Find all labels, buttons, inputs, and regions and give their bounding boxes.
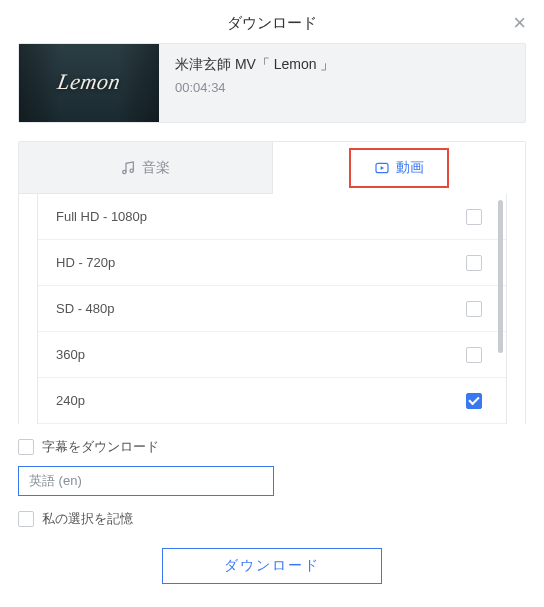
video-icon: [374, 160, 390, 176]
quality-row[interactable]: HD - 720p: [38, 240, 506, 286]
quality-list: Full HD - 1080p HD - 720p SD - 480p 360p…: [37, 194, 507, 424]
quality-label: Full HD - 1080p: [56, 209, 147, 224]
media-card: Lemon 米津玄師 MV「 Lemon 」 00:04:34: [18, 43, 526, 123]
scrollbar-thumb[interactable]: [498, 200, 503, 353]
quality-label: 360p: [56, 347, 85, 362]
quality-row[interactable]: 240p: [38, 378, 506, 424]
media-title: 米津玄師 MV「 Lemon 」: [175, 56, 334, 74]
remember-label: 私の選択を記憶: [42, 510, 133, 528]
download-button[interactable]: ダウンロード: [162, 548, 382, 584]
format-tabs: 音楽 動画: [19, 142, 525, 194]
quality-row[interactable]: Full HD - 1080p: [38, 194, 506, 240]
media-duration: 00:04:34: [175, 80, 334, 95]
tab-video[interactable]: 動画: [273, 142, 526, 194]
remember-checkbox[interactable]: [18, 511, 34, 527]
svg-point-0: [123, 170, 126, 173]
quality-checkbox[interactable]: [466, 209, 482, 225]
quality-checkbox[interactable]: [466, 255, 482, 271]
svg-point-1: [130, 169, 133, 172]
quality-checkbox[interactable]: [466, 301, 482, 317]
quality-checkbox[interactable]: [466, 393, 482, 409]
quality-label: SD - 480p: [56, 301, 115, 316]
music-icon: [120, 160, 136, 176]
quality-checkbox[interactable]: [466, 347, 482, 363]
remember-option[interactable]: 私の選択を記憶: [18, 510, 526, 528]
quality-row[interactable]: SD - 480p: [38, 286, 506, 332]
quality-label: HD - 720p: [56, 255, 115, 270]
thumbnail-text: Lemon: [56, 69, 123, 95]
media-thumbnail: Lemon: [19, 44, 159, 122]
subtitle-label: 字幕をダウンロード: [42, 438, 159, 456]
subtitle-language-select[interactable]: 英語 (en): [18, 466, 274, 496]
close-icon[interactable]: ×: [513, 12, 526, 34]
dialog-title: ダウンロード: [227, 14, 317, 31]
scrollbar[interactable]: [498, 200, 503, 418]
subtitle-checkbox[interactable]: [18, 439, 34, 455]
download-button-label: ダウンロード: [224, 557, 320, 575]
tab-music-label: 音楽: [142, 159, 170, 177]
quality-label: 240p: [56, 393, 85, 408]
tab-music[interactable]: 音楽: [19, 142, 273, 194]
tab-video-label: 動画: [396, 159, 424, 177]
subtitle-language-value: 英語 (en): [29, 472, 82, 490]
subtitle-option[interactable]: 字幕をダウンロード: [18, 438, 526, 456]
quality-row[interactable]: 360p: [38, 332, 506, 378]
